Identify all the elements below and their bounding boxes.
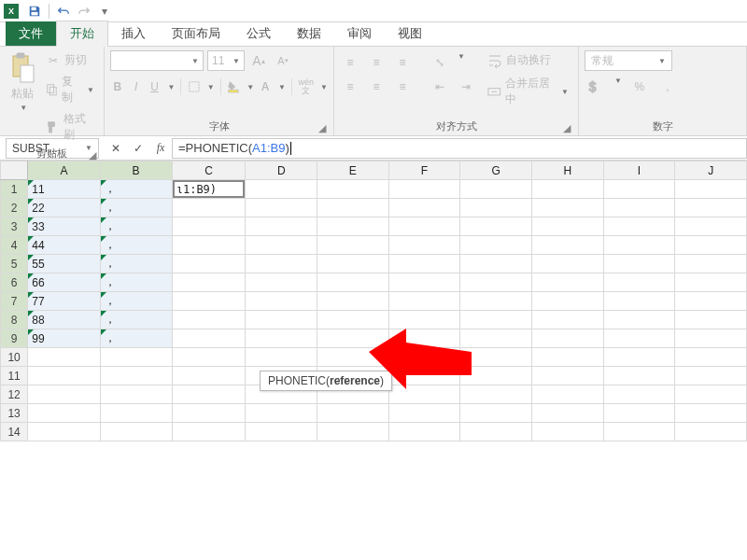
cell-A6[interactable]: 66: [28, 273, 100, 292]
row-header-13[interactable]: 13: [1, 404, 28, 423]
cell-J1[interactable]: [675, 180, 747, 199]
cell-D9[interactable]: [246, 329, 317, 348]
row-header-1[interactable]: 1: [1, 180, 28, 199]
cell-J9[interactable]: [675, 329, 747, 348]
col-header-J[interactable]: J: [675, 161, 747, 180]
cell-B4[interactable]: ，: [100, 236, 172, 255]
tab-file[interactable]: 文件: [6, 21, 56, 46]
cell-E1[interactable]: [317, 180, 389, 199]
cell-B2[interactable]: ，: [100, 199, 172, 217]
confirm-edit-button[interactable]: ✓: [127, 138, 149, 159]
worksheet[interactable]: PHONETIC(reference) ABCDEFGHIJ 111，ι1:B9…: [0, 161, 747, 441]
cell-E9[interactable]: [317, 329, 389, 348]
cell-I1[interactable]: [603, 180, 675, 199]
cell-H8[interactable]: [532, 311, 604, 329]
cell-H11[interactable]: [532, 367, 604, 385]
cell-D10[interactable]: [246, 348, 317, 367]
cell-E4[interactable]: [317, 236, 389, 255]
qat-customize-icon[interactable]: ▾: [95, 2, 114, 21]
phonetic-guide-button[interactable]: wén文: [298, 77, 316, 97]
cell-I2[interactable]: [603, 199, 675, 217]
accounting-format-button[interactable]: $: [585, 77, 605, 97]
cell-G12[interactable]: [460, 385, 532, 404]
cell-C9[interactable]: [172, 329, 246, 348]
cell-E10[interactable]: [317, 348, 389, 367]
col-header-F[interactable]: F: [388, 161, 460, 180]
cell-I6[interactable]: [603, 273, 675, 292]
align-bottom-icon[interactable]: ≡: [392, 52, 413, 73]
cell-I8[interactable]: [603, 311, 675, 329]
wrap-text-button[interactable]: 自动换行: [484, 50, 572, 70]
cell-F10[interactable]: [388, 348, 460, 367]
cell-A9[interactable]: 99: [28, 329, 100, 348]
cell-A11[interactable]: [28, 367, 100, 385]
cell-E8[interactable]: [317, 311, 389, 329]
cell-H10[interactable]: [532, 348, 604, 367]
percent-button[interactable]: %: [629, 77, 650, 97]
cell-G7[interactable]: [460, 292, 532, 311]
cell-H2[interactable]: [532, 199, 604, 217]
tab-home[interactable]: 开始: [56, 21, 108, 47]
italic-button[interactable]: I: [129, 77, 144, 97]
cell-C13[interactable]: [172, 404, 246, 423]
cell-D13[interactable]: [246, 404, 317, 423]
row-header-10[interactable]: 10: [1, 348, 28, 367]
copy-button[interactable]: 复制▼: [42, 72, 98, 107]
tab-data[interactable]: 数据: [284, 21, 334, 46]
cell-I11[interactable]: [603, 367, 675, 385]
cell-F13[interactable]: [388, 404, 460, 423]
qat-redo-icon[interactable]: [75, 2, 93, 21]
qat-save-icon[interactable]: [25, 2, 44, 21]
cell-J6[interactable]: [675, 273, 747, 292]
cell-C12[interactable]: [172, 385, 246, 404]
row-header-7[interactable]: 7: [1, 292, 28, 311]
cell-A13[interactable]: [28, 404, 100, 423]
cell-D3[interactable]: [246, 217, 317, 236]
col-header-H[interactable]: H: [532, 161, 604, 180]
row-header-3[interactable]: 3: [1, 217, 28, 236]
decrease-indent-icon[interactable]: ⇤: [430, 77, 450, 97]
row-header-6[interactable]: 6: [1, 273, 28, 292]
cell-H12[interactable]: [532, 385, 604, 404]
cell-B13[interactable]: [100, 404, 172, 423]
cell-F8[interactable]: [388, 311, 460, 329]
cell-A3[interactable]: 33: [28, 217, 100, 236]
cell-C5[interactable]: [172, 255, 246, 273]
cell-H7[interactable]: [532, 292, 604, 311]
dialog-launcher-icon[interactable]: ◢: [87, 149, 98, 161]
cell-H6[interactable]: [532, 273, 604, 292]
comma-style-button[interactable]: ,: [657, 77, 678, 97]
cell-E5[interactable]: [317, 255, 389, 273]
cell-G5[interactable]: [460, 255, 532, 273]
cell-I4[interactable]: [603, 236, 675, 255]
qat-undo-icon[interactable]: [54, 2, 73, 21]
col-header-C[interactable]: C: [172, 161, 246, 180]
cell-E13[interactable]: [317, 404, 389, 423]
cell-I3[interactable]: [603, 217, 675, 236]
cell-C14[interactable]: [172, 423, 246, 441]
cell-B7[interactable]: ，: [100, 292, 172, 311]
tab-page-layout[interactable]: 页面布局: [159, 21, 233, 46]
cell-J5[interactable]: [675, 255, 747, 273]
cell-C6[interactable]: [172, 273, 246, 292]
cell-F3[interactable]: [388, 217, 460, 236]
cell-I5[interactable]: [603, 255, 675, 273]
cell-F5[interactable]: [388, 255, 460, 273]
cell-B9[interactable]: ，: [100, 329, 172, 348]
cell-H4[interactable]: [532, 236, 604, 255]
cell-C3[interactable]: [172, 217, 246, 236]
cell-E14[interactable]: [317, 423, 389, 441]
cell-G11[interactable]: [460, 367, 532, 385]
tab-insert[interactable]: 插入: [108, 21, 159, 46]
cell-B3[interactable]: ，: [100, 217, 172, 236]
col-header-G[interactable]: G: [460, 161, 532, 180]
cell-E6[interactable]: [317, 273, 389, 292]
increase-indent-icon[interactable]: ⇥: [456, 77, 476, 97]
cell-I12[interactable]: [603, 385, 675, 404]
cell-G2[interactable]: [460, 199, 532, 217]
cell-C10[interactable]: [172, 348, 246, 367]
cell-B1[interactable]: ，: [100, 180, 172, 199]
tab-review[interactable]: 审阅: [334, 21, 385, 46]
cell-C1[interactable]: ι1:B9): [172, 180, 246, 199]
font-name-combo[interactable]: ▼: [110, 50, 204, 71]
